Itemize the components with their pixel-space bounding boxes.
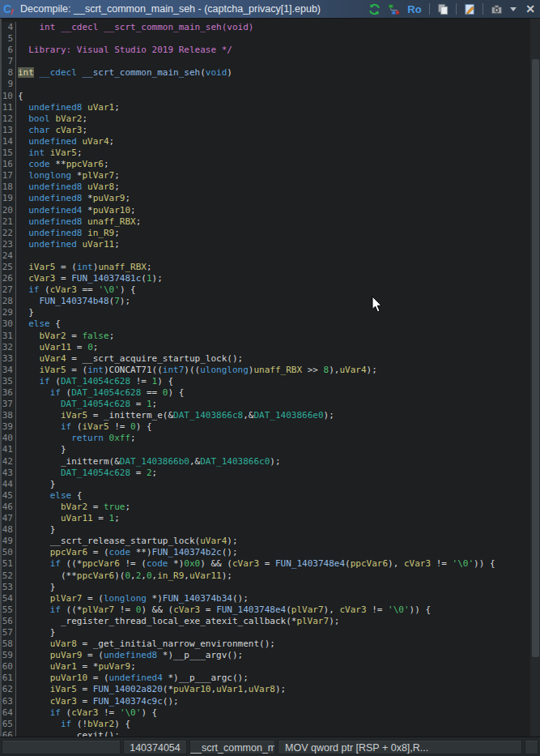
code-line[interactable]: 16 code **ppcVar6;: [0, 159, 530, 170]
code-line[interactable]: 63 cVar3 = FUN_140374c9c();: [0, 696, 530, 707]
code-line[interactable]: 22 undefined8 in_R9;: [0, 228, 530, 239]
code-text[interactable]: int __cdecl __scrt_common_main_seh(void): [18, 22, 253, 33]
code-text[interactable]: }: [18, 582, 55, 593]
code-line[interactable]: 36 if (DAT_14054c628 == 0) {: [0, 387, 530, 399]
code-text[interactable]: _cexit();: [18, 730, 120, 737]
code-line[interactable]: 13 char cVar3;: [0, 125, 530, 136]
code-line[interactable]: 46 bVar2 = true;: [0, 502, 530, 513]
code-text[interactable]: (**ppcVar6)(0,2,0,in_R9,uVar11);: [18, 570, 232, 582]
code-text[interactable]: if (iVar5 != 0) {: [18, 421, 152, 433]
code-text[interactable]: iVar5 = (int)unaff_RBX;: [18, 262, 152, 273]
redecompile-refresh-icon[interactable]: [367, 2, 381, 16]
code-text[interactable]: uVar11 = 0;: [18, 342, 98, 353]
code-text[interactable]: __scrt_release_startup_lock(uVar4);: [18, 536, 238, 547]
code-text[interactable]: _initterm(&DAT_1403866b0,&DAT_1403866c0)…: [18, 456, 281, 468]
scrollbar-thumb[interactable]: [532, 59, 539, 657]
code-text[interactable]: undefined8 unaff_RBX;: [18, 216, 141, 228]
code-line[interactable]: 44 }: [0, 479, 530, 490]
code-line[interactable]: 7: [0, 56, 530, 67]
code-line[interactable]: 30 else {: [0, 318, 530, 330]
code-text[interactable]: _register_thread_local_exe_atexit_callba…: [18, 616, 339, 627]
code-line[interactable]: 12 bool bVar2;: [0, 113, 530, 125]
code-line[interactable]: 27 if (cVar3 == '\0') {: [0, 284, 530, 296]
code-line[interactable]: 4 int __cdecl __scrt_common_main_seh(voi…: [0, 22, 530, 33]
code-text[interactable]: FUN_140374b48(7);: [18, 296, 130, 307]
code-line[interactable]: 15 int iVar5;: [0, 147, 530, 159]
menu-caret-icon[interactable]: [508, 2, 518, 16]
decompiler-code-area[interactable]: 4 int __cdecl __scrt_common_main_seh(voi…: [0, 19, 530, 737]
code-text[interactable]: cVar3 = FUN_14037481c(1);: [18, 273, 163, 284]
code-line[interactable]: 26 cVar3 = FUN_14037481c(1);: [0, 273, 530, 284]
code-line[interactable]: 60 uVar1 = *puVar9;: [0, 661, 530, 673]
code-line[interactable]: 34 iVar5 = (int)CONCAT71((int7)((ulonglo…: [0, 365, 530, 376]
code-line[interactable]: 14 undefined uVar4;: [0, 136, 530, 147]
code-line[interactable]: 45 else {: [0, 490, 530, 502]
code-line[interactable]: 55 if ((*plVar7 != 0) && (cVar3 = FUN_14…: [0, 604, 530, 616]
code-line[interactable]: 40 return 0xff;: [0, 433, 530, 444]
ro-button[interactable]: Ro: [406, 2, 423, 16]
code-text[interactable]: iVar5 = FUN_14002a820(*puVar10,uVar1,uVa…: [18, 684, 286, 695]
code-text[interactable]: }: [18, 524, 55, 536]
code-text[interactable]: bVar2 = false;: [18, 331, 114, 342]
code-text[interactable]: uVar11 = 1;: [18, 513, 120, 524]
code-line[interactable]: 51 if ((*ppcVar6 != (code *)0x0) && (cVa…: [0, 558, 530, 570]
code-line[interactable]: 52 (**ppcVar6)(0,2,0,in_R9,uVar11);: [0, 570, 530, 582]
code-line[interactable]: 66 _cexit();: [0, 730, 530, 737]
code-text[interactable]: else {: [18, 490, 83, 502]
code-line[interactable]: 47 uVar11 = 1;: [0, 513, 530, 524]
function-graph-icon[interactable]: [386, 2, 401, 16]
close-icon[interactable]: ✕: [523, 2, 538, 16]
code-line[interactable]: 58 uVar8 = _get_initial_narrow_environme…: [0, 639, 530, 650]
edit-icon[interactable]: [462, 2, 477, 16]
code-text[interactable]: undefined4 *puVar10;: [18, 205, 136, 216]
code-line[interactable]: 49 __scrt_release_startup_lock(uVar4);: [0, 536, 530, 547]
code-text[interactable]: undefined8 uVar8;: [18, 182, 120, 193]
code-line[interactable]: 28 FUN_140374b48(7);: [0, 296, 530, 307]
code-text[interactable]: uVar1 = *puVar9;: [18, 661, 136, 673]
code-line[interactable]: 57 }: [0, 627, 530, 639]
code-line[interactable]: 65 if (!bVar2) {: [0, 719, 530, 730]
code-text[interactable]: undefined uVar11;: [18, 239, 120, 250]
code-line[interactable]: 17 longlong *plVar7;: [0, 170, 530, 182]
code-line[interactable]: 38 iVar5 = _initterm_e(&DAT_1403866c8,&D…: [0, 410, 530, 421]
code-line[interactable]: 18 undefined8 uVar8;: [0, 182, 530, 193]
code-text[interactable]: uVar8 = _get_initial_narrow_environment(…: [18, 639, 275, 650]
code-line[interactable]: 31 bVar2 = false;: [0, 331, 530, 342]
code-text[interactable]: }: [18, 307, 34, 318]
code-line[interactable]: 54 plVar7 = (longlong *)FUN_140374b34();: [0, 593, 530, 604]
code-text[interactable]: char cVar3;: [18, 125, 87, 136]
code-text[interactable]: if (!bVar2) {: [18, 719, 130, 730]
code-line[interactable]: 6 Library: Visual Studio 2019 Release */: [0, 45, 530, 56]
code-line[interactable]: 35 if (DAT_14054c628 != 1) {: [0, 376, 530, 387]
code-text[interactable]: if (DAT_14054c628 == 0) {: [18, 387, 184, 399]
code-line[interactable]: 32 uVar11 = 0;: [0, 342, 530, 353]
code-line[interactable]: 33 uVar4 = __scrt_acquire_startup_lock()…: [0, 353, 530, 365]
code-line[interactable]: 23 undefined uVar11;: [0, 239, 530, 250]
code-text[interactable]: else {: [18, 318, 61, 330]
code-line[interactable]: 10{: [0, 91, 530, 102]
code-text[interactable]: bool bVar2;: [18, 113, 87, 125]
code-line[interactable]: 59 puVar9 = (undefined8 *)__p___argv();: [0, 650, 530, 661]
code-text[interactable]: if ((*plVar7 != 0) && (cVar3 = FUN_14037…: [18, 604, 431, 616]
code-text[interactable]: puVar9 = (undefined8 *)__p___argv();: [18, 650, 243, 661]
code-text[interactable]: if (cVar3 != '\0') {: [18, 707, 157, 719]
code-text[interactable]: DAT_14054c628 = 1;: [18, 399, 157, 410]
code-line[interactable]: 39 if (iVar5 != 0) {: [0, 421, 530, 433]
code-line[interactable]: 43 DAT_14054c628 = 2;: [0, 468, 530, 479]
code-line[interactable]: 11 undefined8 uVar1;: [0, 102, 530, 113]
code-line[interactable]: 61 puVar10 = (undefined4 *)__p___argc();: [0, 673, 530, 684]
code-line[interactable]: 5: [0, 33, 530, 45]
code-text[interactable]: undefined8 *puVar9;: [18, 193, 130, 204]
code-text[interactable]: {: [18, 91, 23, 102]
code-text[interactable]: Library: Visual Studio 2019 Release */: [18, 45, 232, 56]
code-text[interactable]: return 0xff;: [18, 433, 136, 444]
code-line[interactable]: 9: [0, 79, 530, 90]
code-text[interactable]: }: [18, 479, 55, 490]
code-line[interactable]: 56 _register_thread_local_exe_atexit_cal…: [0, 616, 530, 627]
code-text[interactable]: int iVar5;: [18, 147, 83, 159]
titlebar[interactable]: Cf Decompile: __scrt_common_main_seh - (…: [0, 0, 540, 19]
code-text[interactable]: iVar5 = (int)CONCAT71((int7)((ulonglong)…: [18, 365, 377, 376]
code-line[interactable]: 37 DAT_14054c628 = 1;: [0, 399, 530, 410]
code-text[interactable]: undefined uVar4;: [18, 136, 114, 147]
code-text[interactable]: plVar7 = (longlong *)FUN_140374b34();: [18, 593, 249, 604]
